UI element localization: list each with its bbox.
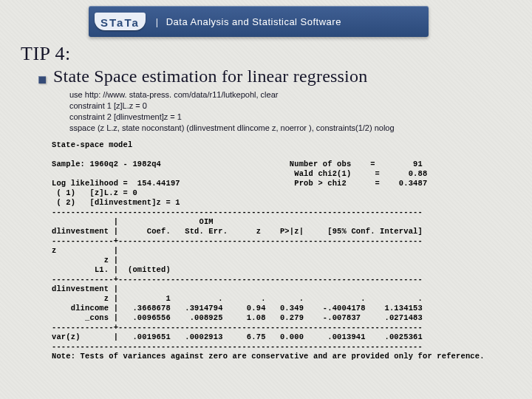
- out-varz: var(z) | .0019651 .0002913 6.75 0.000 .0…: [52, 332, 423, 341]
- out-hdr1: | OIM: [52, 217, 214, 226]
- out-c1: ( 1) [z]L.z = 0: [52, 188, 137, 197]
- subtitle: State Space estimation for linear regres…: [53, 66, 367, 86]
- logo-divider: |: [156, 16, 159, 27]
- cmd-line: sspace (z L.z, state noconstant) (dlinve…: [69, 123, 519, 134]
- stata-tagline: Data Analysis and Statistical Software: [166, 16, 341, 27]
- out-cons: _cons | .0096556 .008925 1.08 0.279 -.00…: [52, 313, 423, 322]
- cmd-line: constraint 2 [dlinvestment]z = 1: [69, 112, 519, 123]
- out-dlsec: dlinvestment |: [52, 284, 118, 293]
- cmd-line: constraint 1 [z]L.z = 0: [69, 100, 519, 112]
- bullet-icon: [38, 76, 46, 83]
- tip-heading: TIP 4:: [21, 43, 519, 65]
- out-hdr2: dlinvestment | Coef. Std. Err. z P>|z| […: [52, 227, 423, 236]
- out-zrow: z |: [52, 256, 118, 265]
- out-sample: Sample: 1960q2 - 1982q4 Number of obs = …: [52, 160, 423, 168]
- subtitle-row: State Space estimation for linear regres…: [38, 66, 519, 86]
- stata-logo-bar: STaTa | Data Analysis and Statistical So…: [89, 6, 429, 37]
- out-rule: ----------------------------------------…: [52, 342, 423, 351]
- out-rule: -------------+--------------------------…: [52, 275, 423, 284]
- slide-content: TIP 4: State Space estimation for linear…: [21, 43, 519, 361]
- out-dlz: z | 1 . . . . .: [52, 294, 423, 303]
- stata-output: State-space model Sample: 1960q2 - 1982q…: [52, 140, 519, 361]
- out-zl1: L1. | (omitted): [52, 265, 171, 274]
- stata-logo-mark: STaTa: [95, 13, 146, 30]
- out-wald: Wald chi2(1) = 0.88: [52, 169, 427, 178]
- out-c2: ( 2) [dlinvestment]z = 1: [52, 198, 180, 207]
- out-rule: -------------+--------------------------…: [52, 236, 423, 245]
- out-rule: ----------------------------------------…: [52, 208, 423, 216]
- out-rule: -------------+--------------------------…: [52, 323, 423, 332]
- command-block: use http: //www. stata-press. com/data/r…: [69, 89, 519, 133]
- out-dlinc: dlincome | .3668678 .3914794 0.94 0.349 …: [52, 304, 423, 313]
- out-note: Note: Tests of variances against zero ar…: [52, 352, 485, 361]
- cmd-line: use http: //www. stata-press. com/data/r…: [69, 89, 519, 100]
- out-zsec: z |: [52, 246, 118, 255]
- out-ll: Log likelihood = 154.44197 Prob > chi2 =…: [52, 179, 427, 188]
- out-title: State-space model: [52, 140, 132, 149]
